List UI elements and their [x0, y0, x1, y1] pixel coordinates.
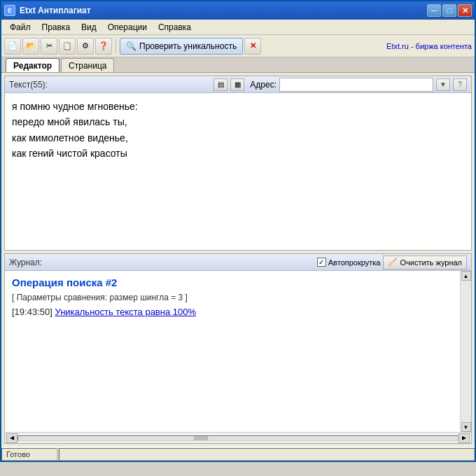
editor-icon-btn-2[interactable]: ▦: [230, 78, 244, 91]
log-body: Операция поиска #2 [ Параметры сравнения…: [5, 271, 471, 432]
log-hscrollbar[interactable]: ◀ ▶: [5, 432, 471, 443]
addr-filter-icon[interactable]: ▼: [436, 78, 450, 91]
tab-bar: Редактор Страница: [1, 57, 475, 73]
tab-editor[interactable]: Редактор: [6, 58, 59, 72]
toolbar: 📄 📂 ✂ 📋 ⚙ ❓ 🔍 Проверить уникальность ✕ E…: [1, 35, 475, 57]
menu-view[interactable]: Вид: [76, 21, 102, 34]
tab-page[interactable]: Страница: [61, 58, 114, 72]
maximize-button[interactable]: □: [442, 4, 456, 17]
scroll-right-arrow[interactable]: ▶: [458, 433, 470, 443]
log-controls: ✓ Автопрокрутка 🧹 Очистить журнал: [317, 255, 467, 270]
menu-help[interactable]: Справка: [153, 21, 197, 34]
stop-button[interactable]: ✕: [244, 38, 261, 55]
broom-icon: 🧹: [388, 258, 398, 267]
log-panel: Журнал: ✓ Автопрокрутка 🧹 Очистить журна…: [4, 253, 472, 444]
menu-bar: Файл Правка Вид Операции Справка: [1, 20, 475, 35]
log-content: Операция поиска #2 [ Параметры сравнения…: [5, 271, 460, 432]
editor-panel: Текст(55): ▤ ▦ Адрес: ▼ ? я помню чудное…: [4, 76, 472, 251]
scroll-up-arrow[interactable]: ▲: [461, 271, 471, 281]
info-button[interactable]: ❓: [95, 38, 112, 55]
text-line-1: я помню чудное мгновенье:: [12, 99, 464, 114]
close-button[interactable]: ✕: [458, 4, 472, 17]
auto-scroll-label[interactable]: ✓ Автопрокрутка: [317, 258, 381, 267]
log-toolbar: Журнал: ✓ Автопрокрутка 🧹 Очистить журна…: [5, 254, 471, 271]
text-line-3: как мимолетное виденье,: [12, 130, 464, 146]
log-label: Журнал:: [9, 258, 317, 267]
clear-log-button[interactable]: 🧹 Очистить журнал: [383, 255, 467, 270]
scroll-left-arrow[interactable]: ◀: [6, 433, 18, 443]
clear-log-label: Очистить журнал: [400, 258, 462, 267]
log-result-time: [19:43:50]: [12, 307, 52, 317]
settings-button[interactable]: ⚙: [77, 38, 94, 55]
editor-content[interactable]: я помню чудное мгновенье: передо мной яв…: [5, 93, 471, 250]
check-uniqueness-button[interactable]: 🔍 Проверить уникальность: [120, 38, 243, 55]
scroll-down-arrow[interactable]: ▼: [461, 422, 471, 432]
addr-help-icon[interactable]: ?: [453, 78, 467, 91]
check-uniqueness-label: Проверить уникальность: [139, 41, 237, 51]
log-result-link[interactable]: Уникальность текста равна 100%: [55, 307, 196, 317]
addr-input[interactable]: [279, 78, 433, 92]
editor-toolbar: Текст(55): ▤ ▦ Адрес: ▼ ?: [5, 76, 471, 93]
minimize-button[interactable]: ─: [427, 4, 441, 17]
etxt-link[interactable]: Etxt.ru - биржа контента: [386, 42, 472, 50]
window-title: Etxt Антиплагиат: [20, 6, 427, 15]
menu-file[interactable]: Файл: [4, 21, 36, 34]
toolbar-separator: [115, 38, 116, 54]
addr-label: Адрес:: [250, 80, 276, 90]
editor-icon-btn-1[interactable]: ▤: [214, 78, 227, 91]
auto-scroll-text: Автопрокрутка: [328, 258, 381, 267]
status-text: Готово: [1, 448, 57, 461]
title-bar-buttons: ─ □ ✕: [427, 4, 472, 17]
main-window: E Etxt Антиплагиат ─ □ ✕ Файл Правка Вид…: [0, 0, 476, 462]
magnifier-icon: 🔍: [126, 41, 136, 51]
log-params: [ Параметры сравнения: размер шингла = 3…: [12, 293, 453, 302]
open-button[interactable]: 📂: [22, 38, 39, 55]
scroll-h-thumb[interactable]: [194, 436, 208, 440]
auto-scroll-checkbox[interactable]: ✓: [317, 258, 326, 267]
log-operation-title: Операция поиска #2: [12, 276, 453, 288]
menu-edit[interactable]: Правка: [36, 21, 76, 34]
text-line-4: как гений чистой красоты: [12, 146, 464, 161]
scroll-h-track[interactable]: [18, 435, 458, 441]
app-icon: E: [4, 5, 15, 16]
cut-button[interactable]: ✂: [41, 38, 57, 55]
new-button[interactable]: 📄: [4, 38, 21, 55]
copy-button[interactable]: 📋: [59, 38, 76, 55]
scroll-track[interactable]: [461, 281, 471, 422]
text-line-2: передо мной явилась ты,: [12, 114, 464, 130]
editor-text-label: Текст(55):: [9, 80, 211, 90]
status-right: [59, 448, 475, 461]
title-bar: E Etxt Антиплагиат ─ □ ✕: [1, 1, 475, 20]
status-bar: Готово: [1, 447, 475, 461]
log-result: [19:43:50] Уникальность текста равна 100…: [12, 307, 453, 317]
log-vscrollbar[interactable]: ▲ ▼: [460, 271, 471, 432]
menu-operations[interactable]: Операции: [102, 21, 153, 34]
